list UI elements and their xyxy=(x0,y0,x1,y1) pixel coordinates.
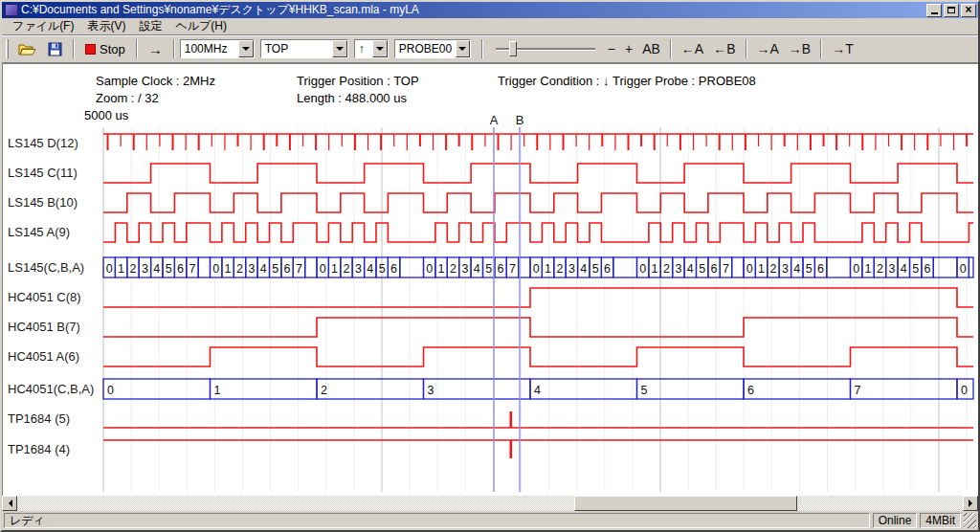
stop-label: Stop xyxy=(100,42,125,56)
bus-row-8 xyxy=(637,379,745,399)
bus-value: 3 xyxy=(461,262,468,276)
menu-view[interactable]: 表示(V) xyxy=(80,17,132,35)
bus-value: 6 xyxy=(498,262,504,276)
status-bar: レディ Online 4MBit xyxy=(2,511,978,530)
scroll-left-button[interactable] xyxy=(2,496,17,511)
channel-label-hc4051-c: HC4051 C(8) xyxy=(8,290,81,304)
scroll-right-icon xyxy=(969,499,976,507)
bus-value: 4 xyxy=(474,262,480,276)
slider-thumb[interactable] xyxy=(509,41,517,56)
bus-value: 3 xyxy=(248,262,255,276)
run-button[interactable]: → xyxy=(143,39,168,59)
channel-label-hc4051-a: HC4051 A(6) xyxy=(8,349,79,364)
bus-value: 5 xyxy=(699,262,705,276)
bus-value: 0 xyxy=(961,384,968,397)
bus-value: 1 xyxy=(331,262,338,276)
bus-value: 7 xyxy=(296,262,302,276)
bus-value: 5 xyxy=(379,262,386,276)
set-cursor-b-button[interactable]: →B xyxy=(784,39,815,58)
trigger-probe-info: Trigger Probe : PROBE08 xyxy=(612,74,756,88)
set-cursor-a-button[interactable]: →A xyxy=(752,39,784,58)
menu-file[interactable]: ファイル(F) xyxy=(6,17,80,35)
bus-value: 2 xyxy=(130,262,137,276)
waveform-canvas[interactable]: 0123456701234567012345601234567012345601… xyxy=(2,63,978,496)
channel-label-hc4051-b: HC4051 B(7) xyxy=(8,320,80,334)
zoom-out-button[interactable]: − xyxy=(603,39,620,58)
stop-button[interactable]: Stop xyxy=(79,40,131,58)
dropdown-arrow-icon[interactable] xyxy=(456,40,470,57)
trigger-position-select[interactable]: TOP xyxy=(260,39,348,58)
bus-row-4 xyxy=(732,257,744,277)
open-folder-icon xyxy=(18,42,36,56)
goto-cursor-b-button[interactable]: ←B xyxy=(708,39,740,58)
bus-value: 7 xyxy=(723,262,729,276)
bus-value: 5 xyxy=(485,262,492,276)
close-button[interactable]: × xyxy=(961,4,976,17)
trigger-edge-select[interactable]: ↑ xyxy=(354,39,389,58)
wave-row-6 xyxy=(103,318,973,337)
horizontal-scrollbar[interactable] xyxy=(2,496,978,511)
bus-value: 0 xyxy=(106,262,113,276)
dropdown-arrow-icon[interactable] xyxy=(238,40,254,57)
bus-value: 0 xyxy=(746,262,753,276)
sample-clock-select[interactable]: 100MHz xyxy=(180,39,255,58)
bus-value: 0 xyxy=(212,262,219,276)
bus-value: 3 xyxy=(782,262,789,276)
cursor-a-label: A xyxy=(490,113,499,127)
channel-label-ls145-d: LS145 D(12) xyxy=(8,136,78,150)
glitch-pulse xyxy=(510,411,513,428)
bus-value: 5 xyxy=(592,262,599,276)
bus-value: 0 xyxy=(426,262,433,276)
zoom-in-button[interactable]: + xyxy=(620,39,637,58)
bus-value: 1 xyxy=(758,262,765,276)
goto-cursor-a-button[interactable]: ←A xyxy=(677,39,708,58)
bus-value: 4 xyxy=(901,262,907,276)
resize-grip[interactable] xyxy=(964,513,976,528)
bus-value: 1 xyxy=(214,384,221,397)
save-button[interactable] xyxy=(42,40,68,58)
bus-value: 2 xyxy=(663,262,670,276)
status-memory: 4MBit xyxy=(920,513,961,528)
bus-value: 2 xyxy=(557,262,564,276)
bus-row-4 xyxy=(305,257,317,277)
bus-value: 7 xyxy=(189,262,196,276)
wave-row-2 xyxy=(103,193,973,212)
menu-bar: ファイル(F) 表示(V) 設定 ヘルプ(H) xyxy=(2,18,978,35)
menu-help[interactable]: ヘルプ(H) xyxy=(168,17,234,35)
bus-value: 6 xyxy=(604,262,611,276)
channel-label-hc4051-bus: HC4051(C,B,A) xyxy=(8,382,94,396)
toolbar-separator xyxy=(820,39,822,58)
open-button[interactable] xyxy=(12,40,42,58)
bus-value: 5 xyxy=(806,262,813,276)
bus-value: 1 xyxy=(652,262,658,276)
toolbar-separator xyxy=(136,39,138,58)
menu-settings[interactable]: 設定 xyxy=(132,17,168,35)
goto-trigger-button[interactable]: →T xyxy=(827,39,858,58)
channel-label-tp1684-5: TP1684 (5) xyxy=(8,411,70,426)
window-title: C:¥Documents and Settings¥noname¥デスクトップ¥… xyxy=(21,2,923,18)
zoom-slider[interactable] xyxy=(496,39,595,58)
bus-value: 5 xyxy=(641,384,648,397)
scrollbar-thumb[interactable] xyxy=(574,496,797,511)
channel-label-ls145-a: LS145 A(9) xyxy=(8,225,70,239)
trigger-probe-select[interactable]: PROBE00 xyxy=(394,39,471,58)
bus-value: 6 xyxy=(177,262,184,276)
bus-value: 5 xyxy=(166,262,172,276)
channel-label-ls145-b: LS145 B(10) xyxy=(8,195,78,210)
dropdown-arrow-icon[interactable] xyxy=(332,40,347,57)
bus-row-4 xyxy=(827,257,851,277)
title-bar: C:¥Documents and Settings¥noname¥デスクトップ¥… xyxy=(2,2,978,18)
scroll-right-button[interactable] xyxy=(963,496,978,511)
ab-button[interactable]: AB xyxy=(637,39,665,58)
zoom-info: Zoom : / 32 xyxy=(96,91,159,105)
minimize-button[interactable] xyxy=(926,4,942,17)
bus-value: 3 xyxy=(355,262,362,276)
cursor-b-label: B xyxy=(516,113,524,127)
maximize-button[interactable] xyxy=(944,4,959,17)
bus-value: 3 xyxy=(428,384,434,397)
timeline-label: 5000 us xyxy=(84,108,128,122)
bus-value: 3 xyxy=(568,262,575,276)
trigger-position-info: Trigger Position : TOP xyxy=(297,74,419,88)
dropdown-arrow-icon[interactable] xyxy=(372,40,388,57)
bus-row-4 xyxy=(613,257,637,277)
